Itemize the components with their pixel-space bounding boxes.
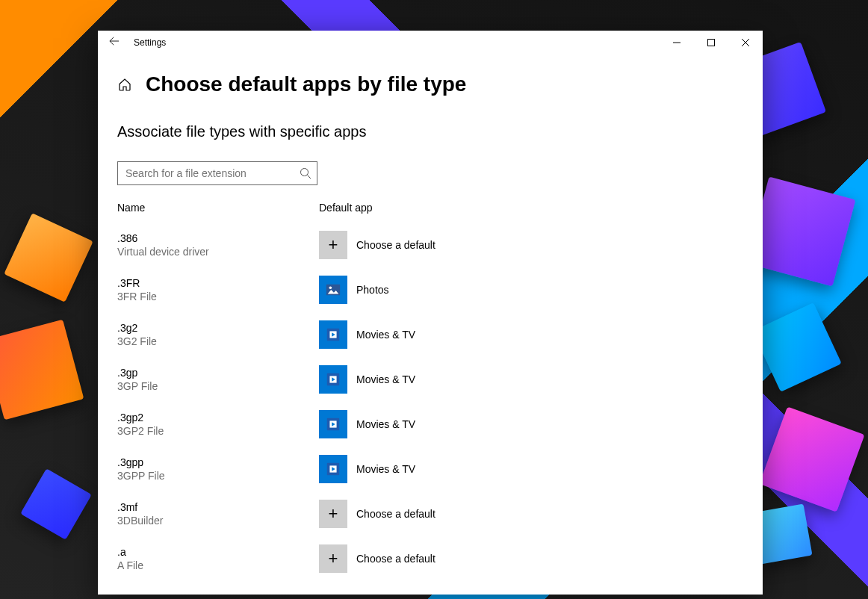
file-extension: .a bbox=[117, 546, 319, 558]
default-app-cell[interactable]: +Choose a default bbox=[319, 500, 435, 528]
default-app-cell[interactable]: Movies & TV bbox=[319, 320, 415, 349]
choose-default-button[interactable]: + bbox=[319, 231, 347, 259]
default-app-label: Choose a default bbox=[356, 239, 435, 251]
file-extension: .3gp bbox=[117, 367, 319, 379]
default-app-label: Movies & TV bbox=[356, 373, 415, 385]
file-type-row: .3gpp3GPP FileMovies & TV bbox=[117, 447, 743, 491]
file-type-row: .3gp3GP FileMovies & TV bbox=[117, 357, 743, 402]
movies-tv-app-icon bbox=[325, 416, 341, 432]
file-description: 3GP File bbox=[117, 380, 319, 392]
plus-icon: + bbox=[329, 235, 338, 255]
movies-tv-app-icon bbox=[325, 371, 341, 388]
file-description: 3GPP File bbox=[117, 470, 319, 482]
plus-icon: + bbox=[329, 549, 338, 568]
file-type-row: .386Virtual device driver+Choose a defau… bbox=[117, 223, 743, 267]
file-description: 3G2 File bbox=[117, 335, 319, 347]
column-header-name: Name bbox=[117, 202, 319, 214]
photos-app-icon bbox=[325, 282, 341, 298]
close-icon bbox=[742, 39, 749, 46]
settings-window: Settings Choose default apps by file typ… bbox=[98, 31, 763, 595]
file-description: 3GP2 File bbox=[117, 425, 319, 437]
minimize-icon bbox=[673, 39, 681, 46]
choose-default-button[interactable]: + bbox=[319, 500, 347, 528]
file-extension: .3mf bbox=[117, 501, 319, 513]
decoration bbox=[752, 302, 842, 392]
file-type-row: .3g23G2 FileMovies & TV bbox=[117, 312, 743, 357]
app-button-movies-tv[interactable] bbox=[319, 320, 347, 349]
maximize-icon bbox=[707, 39, 715, 46]
file-extension: .3FR bbox=[117, 277, 319, 289]
default-app-label: Movies & TV bbox=[356, 463, 415, 475]
minimize-button[interactable] bbox=[660, 31, 694, 55]
maximize-button[interactable] bbox=[694, 31, 728, 55]
default-app-label: Choose a default bbox=[356, 508, 435, 520]
default-app-cell[interactable]: Photos bbox=[319, 276, 389, 304]
plus-icon: + bbox=[329, 504, 338, 524]
window-title: Settings bbox=[131, 37, 166, 48]
home-icon[interactable] bbox=[117, 77, 132, 92]
file-type-row: .3FR3FR FilePhotos bbox=[117, 267, 743, 312]
back-button[interactable] bbox=[98, 31, 131, 55]
file-type-row: .3gp23GP2 FileMovies & TV bbox=[117, 402, 743, 447]
default-app-label: Movies & TV bbox=[356, 418, 415, 430]
default-app-label: Choose a default bbox=[356, 553, 435, 565]
column-header-app: Default app bbox=[319, 202, 373, 214]
file-extension: .3gpp bbox=[117, 456, 319, 468]
search-input[interactable] bbox=[117, 161, 317, 185]
app-button-movies-tv[interactable] bbox=[319, 365, 347, 394]
file-type-row: .aA File+Choose a default bbox=[117, 536, 743, 581]
decoration bbox=[0, 320, 84, 420]
app-button-movies-tv[interactable] bbox=[319, 410, 347, 438]
search-icon bbox=[300, 167, 311, 179]
default-app-label: Photos bbox=[356, 284, 389, 296]
svg-rect-0 bbox=[708, 40, 715, 46]
default-app-cell[interactable]: Movies & TV bbox=[319, 365, 415, 394]
decoration bbox=[760, 407, 865, 512]
decoration bbox=[20, 468, 92, 540]
title-bar: Settings bbox=[98, 31, 763, 55]
svg-point-1 bbox=[301, 169, 309, 176]
default-app-cell[interactable]: Movies & TV bbox=[319, 410, 415, 438]
arrow-left-icon bbox=[109, 36, 120, 46]
decoration bbox=[4, 213, 93, 302]
file-extension: .3g2 bbox=[117, 322, 319, 334]
default-app-cell[interactable]: +Choose a default bbox=[319, 544, 435, 573]
app-button-movies-tv[interactable] bbox=[319, 455, 347, 483]
svg-point-3 bbox=[329, 286, 332, 289]
file-type-row: .3mf3DBuilder+Choose a default bbox=[117, 491, 743, 536]
file-description: 3DBuilder bbox=[117, 515, 319, 527]
default-app-cell[interactable]: +Choose a default bbox=[319, 231, 435, 259]
movies-tv-app-icon bbox=[325, 461, 341, 477]
file-description: 3FR File bbox=[117, 291, 319, 302]
choose-default-button[interactable]: + bbox=[319, 544, 347, 573]
app-button-photos[interactable] bbox=[319, 276, 347, 304]
file-extension: .386 bbox=[117, 232, 319, 244]
close-button[interactable] bbox=[728, 31, 763, 55]
default-app-label: Movies & TV bbox=[356, 329, 415, 341]
default-app-cell[interactable]: Movies & TV bbox=[319, 455, 415, 483]
page-subheading: Associate file types with specific apps bbox=[117, 123, 743, 140]
file-extension: .3gp2 bbox=[117, 412, 319, 423]
page-title: Choose default apps by file type bbox=[146, 72, 466, 96]
movies-tv-app-icon bbox=[325, 326, 341, 343]
file-description: Virtual device driver bbox=[117, 246, 319, 258]
file-description: A File bbox=[117, 559, 319, 571]
